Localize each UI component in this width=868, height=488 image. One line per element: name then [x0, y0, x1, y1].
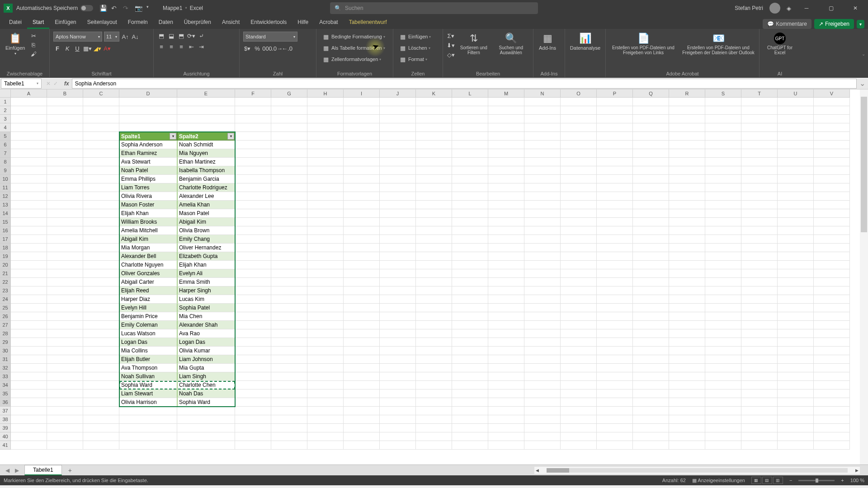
cell[interactable] — [488, 295, 524, 304]
cell[interactable] — [778, 158, 814, 166]
row-header[interactable]: 14 — [0, 209, 11, 218]
cell[interactable] — [380, 149, 416, 158]
cell[interactable] — [307, 201, 344, 209]
cell[interactable] — [452, 398, 488, 407]
cell[interactable] — [452, 132, 488, 141]
cell[interactable] — [380, 141, 416, 149]
cell[interactable] — [83, 364, 119, 372]
cell[interactable] — [452, 381, 488, 389]
cell[interactable] — [633, 441, 669, 450]
cell[interactable] — [488, 244, 524, 252]
search-box[interactable]: 🔍 Suchen — [330, 2, 538, 14]
cell[interactable] — [380, 175, 416, 183]
cell-styles-button[interactable]: ▦Zellenformatvorlagen▾ — [320, 54, 383, 64]
table-cell[interactable]: Isabella Thompson — [177, 166, 235, 175]
cell[interactable] — [47, 364, 83, 372]
cell[interactable] — [11, 183, 47, 192]
cell[interactable] — [705, 201, 741, 209]
cell[interactable] — [633, 389, 669, 398]
cell[interactable] — [741, 372, 778, 381]
next-sheet-icon[interactable]: ▶ — [15, 467, 19, 474]
cell[interactable] — [416, 166, 452, 175]
cell[interactable] — [344, 226, 380, 235]
table-cell[interactable]: Charlotte Nguyen — [119, 261, 177, 269]
cell[interactable] — [380, 201, 416, 209]
addins-button[interactable]: ▦ Add-Ins — [537, 32, 558, 52]
cell[interactable] — [778, 166, 814, 175]
cell[interactable] — [778, 141, 814, 149]
cell[interactable] — [83, 244, 119, 252]
table-cell[interactable]: Amelia Khan — [177, 201, 235, 209]
cell[interactable] — [633, 269, 669, 278]
cell[interactable] — [741, 192, 778, 201]
cell[interactable] — [597, 269, 633, 278]
cell[interactable] — [633, 166, 669, 175]
cell[interactable] — [561, 269, 597, 278]
cell[interactable] — [177, 115, 235, 123]
cell[interactable] — [597, 149, 633, 158]
cell[interactable] — [83, 158, 119, 166]
column-header[interactable]: R — [669, 89, 705, 98]
cell[interactable] — [452, 98, 488, 106]
table-cell[interactable]: Logan Das — [119, 338, 177, 347]
cell[interactable] — [380, 106, 416, 115]
table-cell[interactable]: Oliver Gonzales — [119, 269, 177, 278]
cell[interactable] — [452, 321, 488, 329]
cell[interactable] — [271, 372, 307, 381]
cell[interactable] — [119, 123, 177, 132]
cell[interactable] — [11, 381, 47, 389]
cell[interactable] — [235, 381, 271, 389]
row-header[interactable]: 2 — [0, 106, 11, 115]
cell[interactable] — [597, 424, 633, 432]
cell[interactable] — [452, 441, 488, 450]
cell[interactable] — [307, 183, 344, 192]
table-cell[interactable]: Oliver Hernandez — [177, 244, 235, 252]
cell[interactable] — [307, 338, 344, 347]
cell[interactable] — [597, 261, 633, 269]
cell[interactable] — [633, 201, 669, 209]
cell[interactable] — [561, 441, 597, 450]
cell[interactable] — [271, 98, 307, 106]
cell[interactable] — [83, 441, 119, 450]
table-cell[interactable]: Abigail Kim — [177, 218, 235, 226]
cell[interactable] — [561, 407, 597, 415]
cell[interactable] — [452, 286, 488, 295]
cell[interactable] — [380, 132, 416, 141]
table-cell[interactable]: Abigail Kim — [119, 235, 177, 244]
cell[interactable] — [561, 183, 597, 192]
cell[interactable] — [633, 123, 669, 132]
cell[interactable] — [561, 201, 597, 209]
cell[interactable] — [488, 347, 524, 355]
cell[interactable] — [524, 209, 561, 218]
cell[interactable] — [524, 261, 561, 269]
cell[interactable] — [307, 115, 344, 123]
cell[interactable] — [235, 347, 271, 355]
cell[interactable] — [452, 269, 488, 278]
cell[interactable] — [307, 398, 344, 407]
cell[interactable] — [307, 235, 344, 244]
cell[interactable] — [11, 338, 47, 347]
cell[interactable] — [47, 381, 83, 389]
cell[interactable] — [83, 235, 119, 244]
cell[interactable] — [524, 329, 561, 338]
cell[interactable] — [524, 381, 561, 389]
cell[interactable] — [705, 278, 741, 286]
row-header[interactable]: 11 — [0, 183, 11, 192]
cell[interactable] — [83, 106, 119, 115]
sort-filter-button[interactable]: ⇅ Sortieren und Filtern — [458, 32, 490, 56]
cell[interactable] — [452, 175, 488, 183]
cell[interactable] — [669, 415, 705, 424]
cell[interactable] — [669, 252, 705, 261]
table-cell[interactable]: Elijah Reed — [119, 286, 177, 295]
cancel-formula-icon[interactable]: ✕ — [46, 80, 51, 87]
cell[interactable] — [814, 441, 850, 450]
cell[interactable] — [561, 123, 597, 132]
cell[interactable] — [778, 312, 814, 321]
formula-input[interactable]: Sophia Anderson — [72, 79, 857, 89]
cell[interactable] — [561, 244, 597, 252]
cell[interactable] — [778, 355, 814, 364]
cell[interactable] — [488, 261, 524, 269]
cell[interactable] — [524, 269, 561, 278]
cell[interactable] — [741, 226, 778, 235]
tab-start[interactable]: Start — [27, 17, 49, 29]
